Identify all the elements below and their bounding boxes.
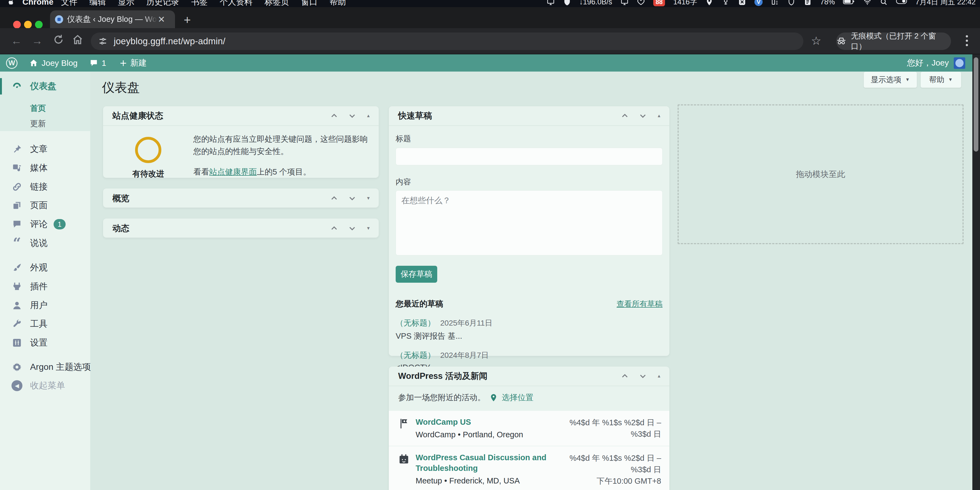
menu-profiles[interactable]: 个人资料	[220, 0, 252, 7]
sidebar-item-links[interactable]: 链接	[0, 179, 90, 195]
new-tab-button[interactable]: +	[184, 13, 191, 27]
move-up-icon[interactable]	[330, 224, 338, 232]
app-shortcut-icon[interactable]	[738, 0, 746, 6]
collapse-toggle-icon[interactable]: ▼	[366, 226, 371, 231]
tab-close-icon[interactable]: ✕	[158, 14, 165, 25]
sidebar-item-comments[interactable]: 评论 1	[0, 216, 90, 232]
admin-bar-comments[interactable]: 1	[89, 59, 107, 68]
battery-percent[interactable]: 78%	[820, 0, 835, 6]
widget-drop-zone[interactable]: 拖动模块至此	[678, 104, 964, 244]
shield-status-icon[interactable]	[563, 0, 571, 6]
select-location-link[interactable]: 选择位置	[502, 392, 533, 403]
page-scrollbar-thumb[interactable]	[974, 57, 978, 152]
collapse-toggle-icon[interactable]: ▲	[657, 374, 661, 379]
sidebar-item-pages[interactable]: 页面	[0, 197, 90, 214]
menu-app-name[interactable]: Chrome	[22, 0, 53, 6]
admin-bar-greeting[interactable]: 您好，Joey	[907, 57, 949, 68]
draft-date: 2024年8月7日	[440, 350, 488, 360]
control-center-icon[interactable]	[896, 0, 907, 6]
location-status-icon[interactable]	[705, 0, 713, 6]
incognito-badge[interactable]: 无痕模式（已打开 2 个窗口）	[836, 33, 951, 50]
menu-bookmarks[interactable]: 书签	[191, 0, 208, 7]
event-title-link[interactable]: WordCamp US	[415, 417, 547, 427]
sidebar-item-argon-theme[interactable]: Argon 主题选项	[0, 359, 90, 375]
input-source-icon[interactable]	[722, 0, 730, 6]
move-down-icon[interactable]	[348, 112, 356, 120]
wifi-icon[interactable]	[863, 0, 872, 6]
spotlight-search-icon[interactable]	[880, 0, 888, 6]
admin-bar-site-link[interactable]: Joey Blog	[29, 59, 78, 68]
window-close-button[interactable]	[13, 21, 21, 29]
wp-logo[interactable]: W	[6, 57, 18, 69]
site-health-screen-link[interactable]: 站点健康界面	[209, 167, 257, 176]
move-up-icon[interactable]	[621, 372, 629, 380]
page-scrollbar-track[interactable]	[972, 54, 980, 490]
collapse-toggle-icon[interactable]: ▲	[366, 113, 371, 118]
draft-content-textarea[interactable]	[396, 190, 663, 255]
help-button[interactable]: 帮助▼	[921, 72, 961, 88]
sidebar-item-plugins[interactable]: 插件	[0, 278, 90, 295]
draft-title-link[interactable]: （无标题）	[396, 350, 435, 361]
heart-status-icon[interactable]	[637, 0, 645, 6]
menu-help[interactable]: 帮助	[329, 0, 346, 7]
menu-history[interactable]: 历史记录	[146, 0, 179, 7]
reload-icon[interactable]	[52, 33, 65, 46]
window-manager-icon[interactable]	[771, 0, 779, 6]
sidebar-item-shuoshuo[interactable]: “ 说说	[0, 235, 90, 251]
active-tab[interactable]: 仪表盘 ‹ Joey Blog — WordPre ✕	[50, 10, 175, 28]
address-bar[interactable]: joeyblog.ggff.net/wp-admin/	[91, 33, 803, 50]
menu-view[interactable]: 显示	[118, 0, 134, 7]
wrench-icon	[11, 319, 22, 330]
home-icon[interactable]	[72, 33, 84, 46]
site-info-icon[interactable]	[98, 36, 108, 46]
save-draft-button[interactable]: 保存草稿	[396, 266, 437, 283]
view-all-drafts-link[interactable]: 查看所有草稿	[617, 299, 663, 309]
vpn-status-icon[interactable]: V	[754, 0, 763, 6]
menu-tabs[interactable]: 标签页	[264, 0, 289, 7]
battery-icon[interactable]	[843, 0, 855, 6]
window-minimize-button[interactable]	[24, 21, 32, 29]
collapse-toggle-icon[interactable]: ▲	[657, 113, 661, 118]
screen-options-button[interactable]: 显示选项▼	[864, 72, 917, 88]
move-up-icon[interactable]	[330, 194, 338, 202]
sidebar-item-home[interactable]: 首页	[0, 102, 90, 115]
sidebar-item-posts[interactable]: 文章	[0, 141, 90, 157]
sidebar-item-tools[interactable]: 工具	[0, 316, 90, 332]
move-down-icon[interactable]	[348, 194, 356, 202]
sidebar-item-collapse-menu[interactable]: ◀ 收起菜单	[0, 377, 90, 394]
temperature-badge[interactable]: 88	[653, 0, 665, 6]
admin-bar-new[interactable]: ＋ 新建	[118, 57, 146, 68]
menu-file[interactable]: 文件	[61, 0, 77, 7]
move-down-icon[interactable]	[639, 112, 647, 120]
collapse-toggle-icon[interactable]: ▼	[366, 196, 371, 201]
network-speed[interactable]: ↓196.0B/s	[579, 0, 612, 6]
sidebar-item-settings[interactable]: 设置	[0, 335, 90, 351]
sidebar-item-appearance[interactable]: 外观	[0, 260, 90, 276]
apple-logo-icon[interactable]	[8, 0, 16, 6]
draft-title-input[interactable]	[396, 148, 663, 165]
word-count-status[interactable]: 1416字	[673, 0, 697, 7]
display-status-icon[interactable]	[547, 0, 555, 6]
move-down-icon[interactable]	[348, 224, 356, 232]
sidebar-item-media[interactable]: 媒体	[0, 160, 90, 176]
window-zoom-button[interactable]	[35, 21, 43, 29]
back-icon[interactable]: ←	[11, 35, 22, 47]
bookmark-star-icon[interactable]: ☆	[811, 34, 821, 48]
sidebar-item-updates[interactable]: 更新	[0, 117, 90, 130]
event-title-link[interactable]: WordPress Casual Discussion and Troubles…	[415, 452, 547, 474]
draft-title-link[interactable]: （无标题）	[396, 318, 435, 328]
sidebar-item-dashboard[interactable]: 仪表盘	[0, 78, 90, 95]
notes-status-icon[interactable]	[803, 0, 812, 6]
menu-bar-clock[interactable]: 7月4日 周五 22:42	[915, 0, 975, 7]
move-up-icon[interactable]	[621, 112, 629, 120]
user-avatar[interactable]	[954, 57, 965, 69]
move-down-icon[interactable]	[639, 372, 647, 380]
sidebar-item-users[interactable]: 用户	[0, 297, 90, 314]
browser-menu-icon[interactable]	[966, 33, 969, 48]
menu-window[interactable]: 窗口	[301, 0, 317, 7]
move-up-icon[interactable]	[330, 112, 338, 120]
forward-icon[interactable]: →	[32, 35, 43, 47]
menu-edit[interactable]: 编辑	[89, 0, 106, 7]
display-mirroring-icon[interactable]	[620, 0, 628, 6]
security-status-icon[interactable]	[787, 0, 795, 6]
